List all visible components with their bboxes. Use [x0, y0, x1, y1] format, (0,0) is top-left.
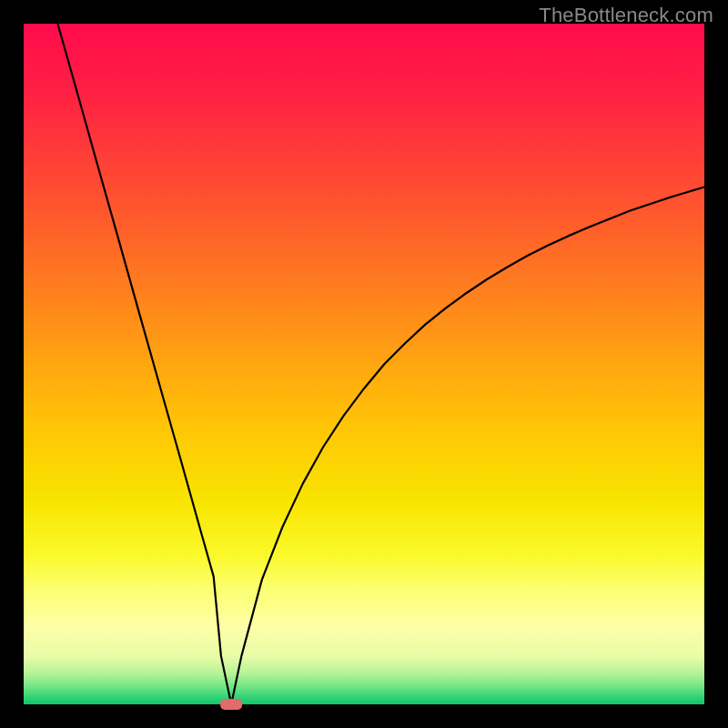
- optimum-marker: [220, 699, 242, 710]
- plot-background: [24, 24, 704, 704]
- bottleneck-chart: TheBottleneck.com: [0, 0, 728, 728]
- chart-svg: [0, 0, 728, 728]
- watermark-text: TheBottleneck.com: [539, 4, 713, 27]
